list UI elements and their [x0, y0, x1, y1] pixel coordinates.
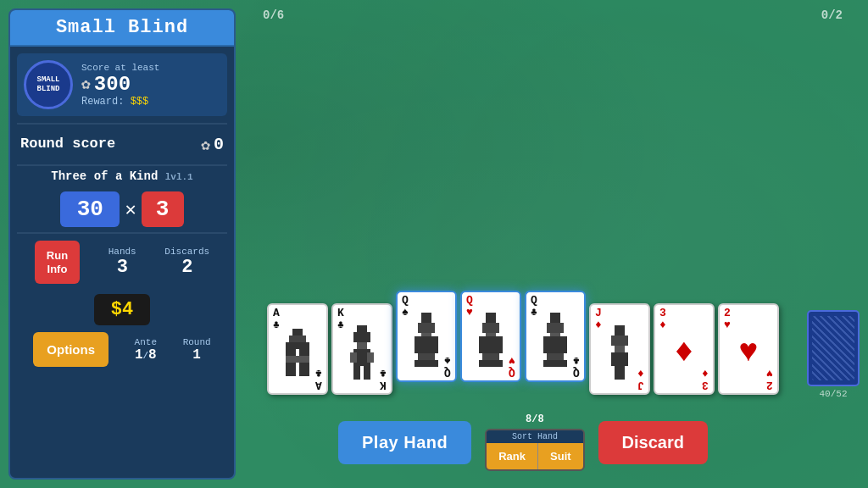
counter-row: 0/6 0/2 — [246, 8, 860, 22]
svg-rect-33 — [543, 360, 567, 367]
sort-buttons: Rank Suit — [487, 443, 582, 469]
svg-rect-27 — [479, 360, 503, 367]
svg-rect-25 — [479, 336, 503, 353]
score-number: 300 — [94, 73, 131, 96]
round-box: Round 1 — [183, 337, 211, 363]
card-7[interactable]: 2 ♥♥2 ♥ — [718, 303, 779, 395]
svg-rect-21 — [415, 360, 438, 367]
svg-rect-30 — [550, 333, 560, 336]
svg-rect-17 — [418, 323, 435, 333]
svg-rect-36 — [615, 346, 625, 352]
svg-rect-16 — [421, 313, 431, 323]
hand-counter: 8/8 — [526, 413, 544, 425]
card-0[interactable]: A ♣ A ♣ — [267, 303, 328, 395]
round-score-value: ✿ 0 — [201, 135, 224, 154]
svg-rect-13 — [367, 352, 374, 363]
deck-count: 40/52 — [807, 389, 860, 399]
svg-rect-20 — [418, 353, 435, 360]
sort-rank-button[interactable]: Rank — [487, 443, 538, 469]
blind-info: SMALL BLIND Score at least ✿ 300 Reward:… — [17, 53, 227, 116]
svg-rect-0 — [292, 329, 303, 336]
svg-rect-9 — [353, 332, 370, 342]
hands-discards-row: Run Info Hands 3 Discards 2 — [10, 234, 234, 291]
round-score-label: Round score — [20, 136, 194, 152]
deck-card — [807, 310, 860, 386]
options-button[interactable]: Options — [33, 332, 108, 367]
money-value: $4 — [94, 294, 150, 325]
card-4[interactable]: Q ♣ Q ♣ — [525, 291, 586, 382]
svg-rect-10 — [357, 342, 367, 349]
chip-icon: ✿ — [81, 75, 91, 93]
main-area: 0/6 0/2 A ♣ A ♣K ♣ K ♣Q ♠ — [246, 8, 860, 480]
svg-rect-23 — [482, 323, 499, 333]
svg-rect-7 — [299, 363, 309, 376]
svg-rect-1 — [289, 336, 306, 342]
svg-rect-8 — [357, 325, 367, 332]
svg-rect-32 — [547, 353, 564, 360]
blind-reward: Reward: $$$ — [81, 96, 220, 108]
svg-rect-38 — [615, 366, 625, 380]
deck-pattern — [812, 316, 854, 380]
svg-rect-24 — [486, 333, 496, 336]
sort-hand-container: Sort Hand Rank Suit — [485, 429, 584, 471]
chips-box: 30 — [60, 191, 120, 227]
svg-rect-15 — [364, 366, 370, 380]
mult-symbol: ✕ — [125, 198, 136, 221]
counter-left: 0/6 — [263, 8, 284, 22]
blind-details: Score at least ✿ 300 Reward: $$$ — [81, 63, 220, 108]
round-score-row: Round score ✿ 0 — [10, 125, 234, 164]
bottom-buttons: Play Hand 8/8 Sort Hand Rank Suit Discar… — [246, 413, 800, 471]
left-panel: Small Blind SMALL BLIND Score at least ✿… — [8, 8, 236, 480]
svg-rect-29 — [547, 323, 564, 333]
svg-rect-2 — [286, 342, 309, 349]
ante-value: 1/8 — [135, 347, 157, 363]
panel-title: Small Blind — [10, 10, 234, 47]
discard-button[interactable]: Discard — [598, 421, 708, 464]
svg-rect-26 — [482, 353, 499, 360]
discards-stat: Discards 2 — [164, 247, 209, 278]
counter-right: 0/2 — [821, 8, 843, 22]
card-1[interactable]: K ♣ K ♣ — [331, 303, 392, 395]
svg-rect-14 — [353, 366, 360, 380]
blind-score-value: ✿ 300 — [81, 73, 220, 96]
blind-badge: SMALL BLIND — [24, 60, 73, 109]
svg-rect-18 — [421, 333, 431, 336]
score-multiplier-row: 30 ✕ 3 — [17, 191, 227, 227]
card-5[interactable]: J ♦ J ♦ — [589, 303, 650, 395]
svg-rect-3 — [286, 349, 296, 356]
svg-rect-5 — [286, 356, 309, 363]
blind-score-label: Score at least — [81, 63, 220, 73]
hand-level: lvl.1 — [165, 172, 193, 182]
chip-icon-2: ✿ — [201, 136, 210, 154]
ante-box: Ante 1/8 — [135, 337, 157, 363]
svg-rect-31 — [543, 336, 567, 353]
play-hand-button[interactable]: Play Hand — [338, 421, 471, 464]
blind-badge-text: SMALL BLIND — [36, 75, 59, 94]
run-info-button[interactable]: Run Info — [35, 241, 80, 284]
mult-box: 3 — [142, 191, 184, 227]
hands-stat: Hands 3 — [108, 247, 136, 278]
svg-rect-19 — [415, 336, 438, 353]
cards-row: A ♣ A ♣K ♣ K ♣Q ♠ Q ♠Q ♥ — [246, 34, 800, 395]
money-row: $4 — [10, 291, 234, 329]
svg-rect-4 — [299, 349, 309, 356]
card-2[interactable]: Q ♠ Q ♠ — [396, 291, 457, 382]
card-6[interactable]: 3 ♦♦3 ♦ — [654, 303, 715, 395]
svg-rect-6 — [286, 363, 296, 376]
ante-round-row: Options Ante 1/8 Round 1 — [10, 329, 234, 374]
svg-rect-35 — [611, 336, 628, 346]
svg-rect-28 — [550, 313, 560, 323]
sort-suit-button[interactable]: Suit — [538, 443, 583, 469]
sort-hand-group: 8/8 Sort Hand Rank Suit — [485, 413, 584, 471]
round-number: 1 — [183, 347, 211, 363]
svg-rect-37 — [611, 352, 628, 366]
card-3[interactable]: Q ♥ Q ♥ — [460, 291, 521, 382]
sort-hand-label: Sort Hand — [487, 430, 582, 443]
hand-type-row: Three of a Kind lvl.1 — [10, 166, 234, 186]
svg-rect-34 — [615, 325, 625, 336]
svg-rect-22 — [486, 313, 496, 323]
reward-money: $$$ — [131, 96, 149, 108]
svg-rect-12 — [350, 352, 357, 363]
